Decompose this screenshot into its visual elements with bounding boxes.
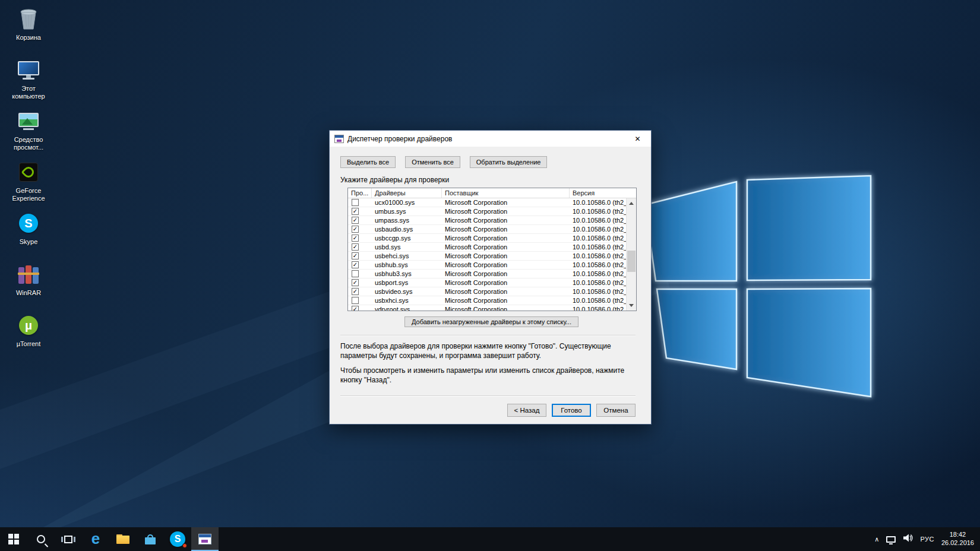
finish-button[interactable]: Готово [552, 404, 591, 417]
search-icon [37, 535, 45, 543]
start-button[interactable] [0, 527, 27, 551]
language-indicator[interactable]: РУС [920, 536, 934, 543]
driver-name-cell: usbehci.sys [372, 252, 442, 259]
driver-checkbox[interactable]: ✓ [352, 306, 359, 311]
driver-row[interactable]: ✓ umbus.sys Microsoft Corporation 10.0.1… [348, 207, 627, 216]
search-button[interactable] [27, 527, 55, 551]
driver-row[interactable]: ✓ umpass.sys Microsoft Corporation 10.0.… [348, 216, 627, 225]
driver-row[interactable]: ✓ usbvideo.sys Microsoft Corporation 10.… [348, 287, 627, 296]
select-all-button[interactable]: Выделить все [340, 156, 396, 168]
driver-vendor-cell: Microsoft Corporation [442, 252, 570, 259]
desktop-icon-winrar[interactable]: WinRAR [4, 259, 53, 310]
driver-row[interactable]: ucx01000.sys Microsoft Corporation 10.0.… [348, 198, 627, 207]
driver-row[interactable]: usbhub3.sys Microsoft Corporation 10.0.1… [348, 270, 627, 278]
windows-logo-icon [8, 534, 19, 544]
task-view-button[interactable] [55, 527, 82, 551]
cancel-button[interactable]: Отмена [596, 404, 636, 417]
back-button[interactable]: < Назад [507, 404, 546, 417]
column-header-checked[interactable]: Про... [348, 188, 372, 198]
driver-row[interactable]: ✓ usbhub.sys Microsoft Corporation 10.0.… [348, 261, 627, 270]
desktop: Корзина Этот компьютер Средство просмот.… [0, 0, 980, 551]
close-button[interactable]: ✕ [624, 131, 651, 147]
dialog-titlebar[interactable]: Диспетчер проверки драйверов ✕ [330, 131, 651, 147]
driver-version-cell: 10.0.10586.0 (th2_rel... [570, 297, 627, 304]
file-explorer-button[interactable] [109, 527, 137, 551]
driver-vendor-cell: Microsoft Corporation [442, 217, 570, 224]
edge-button[interactable]: e [82, 527, 109, 551]
invert-selection-button[interactable]: Обратить выделение [470, 156, 548, 168]
photo-viewer-icon [18, 108, 39, 134]
driver-checkbox[interactable]: ✓ [352, 235, 359, 242]
driver-checkbox[interactable] [352, 270, 359, 277]
store-button[interactable] [137, 527, 164, 551]
scrollbar-thumb[interactable] [627, 251, 636, 272]
store-icon [145, 534, 156, 544]
notification-badge [182, 543, 187, 548]
desktop-icon-label: GeForce Experience [5, 187, 52, 202]
driver-row[interactable]: ✓ vdrvroot.sys Microsoft Corporation 10.… [348, 305, 627, 311]
driver-checkbox[interactable]: ✓ [352, 243, 359, 251]
driver-name-cell: usbhub3.sys [372, 270, 442, 277]
column-header-drivers[interactable]: Драйверы [372, 188, 442, 198]
driver-checkbox[interactable] [352, 297, 359, 304]
driver-checkbox[interactable]: ✓ [352, 261, 359, 268]
driver-verifier-taskbar-button[interactable] [191, 527, 219, 551]
column-header-version[interactable]: Версия [570, 188, 636, 198]
driver-checkbox[interactable]: ✓ [352, 279, 359, 286]
this-pc-icon [18, 57, 39, 83]
driver-version-cell: 10.0.10586.0 (th2_rel... [570, 226, 627, 233]
driver-version-cell: 10.0.10586.0 (th2_rel... [570, 252, 627, 259]
driver-checkbox[interactable]: ✓ [352, 217, 359, 224]
driver-checkbox[interactable]: ✓ [352, 288, 359, 295]
driver-vendor-cell: Microsoft Corporation [442, 306, 570, 311]
system-tray: ∧ РУС 18:42 26.02.2016 [874, 527, 980, 551]
driver-list-body: ucx01000.sys Microsoft Corporation 10.0.… [348, 198, 627, 311]
driver-row[interactable]: ✓ usbaudio.sys Microsoft Corporation 10.… [348, 225, 627, 234]
deselect-all-button[interactable]: Отменить все [405, 156, 460, 168]
desktop-icon-photo-viewer[interactable]: Средство просмот... [4, 106, 53, 157]
tray-date: 26.02.2016 [941, 539, 974, 547]
driver-checkbox[interactable]: ✓ [352, 226, 359, 233]
desktop-icon-label: Skype [20, 238, 38, 246]
driver-checkbox[interactable]: ✓ [352, 252, 359, 259]
driver-name-cell: usbaudio.sys [372, 226, 442, 233]
driver-name-cell: usbvideo.sys [372, 288, 442, 295]
driver-row[interactable]: ✓ usbehci.sys Microsoft Corporation 10.0… [348, 252, 627, 261]
skype-icon: S [19, 210, 38, 236]
desktop-icon-utorrent[interactable]: µ µTorrent [4, 310, 53, 361]
clock[interactable]: 18:42 26.02.2016 [941, 531, 974, 547]
desktop-icon-geforce-experience[interactable]: GeForce Experience [4, 157, 53, 208]
driver-checkbox[interactable]: ✓ [352, 208, 359, 215]
driver-row[interactable]: ✓ usbd.sys Microsoft Corporation 10.0.10… [348, 243, 627, 252]
driver-vendor-cell: Microsoft Corporation [442, 235, 570, 242]
driver-name-cell: umbus.sys [372, 208, 442, 215]
note-finish: После выбора драйверов для проверки нажм… [340, 342, 636, 360]
list-scrollbar[interactable] [626, 198, 636, 311]
desktop-icon-recycle-bin[interactable]: Корзина [4, 4, 53, 55]
driver-vendor-cell: Microsoft Corporation [442, 270, 570, 277]
driver-row[interactable]: usbxhci.sys Microsoft Corporation 10.0.1… [348, 296, 627, 305]
volume-icon[interactable] [903, 534, 913, 544]
desktop-icon-this-pc[interactable]: Этот компьютер [4, 55, 53, 106]
driver-checkbox[interactable] [352, 199, 359, 206]
driver-row[interactable]: ✓ usbport.sys Microsoft Corporation 10.0… [348, 278, 627, 287]
add-unloaded-drivers-button[interactable]: Добавить незагруженные драйверы к этому … [404, 316, 578, 327]
scroll-down-arrow[interactable] [627, 300, 636, 311]
tray-expand-chevron-icon[interactable]: ∧ [874, 536, 879, 543]
driver-name-cell: usbccgp.sys [372, 235, 442, 242]
edge-icon: e [91, 531, 100, 546]
driver-vendor-cell: Microsoft Corporation [442, 297, 570, 304]
note-back: Чтобы просмотреть и изменить параметры и… [340, 366, 636, 385]
driver-row[interactable]: ✓ usbccgp.sys Microsoft Corporation 10.0… [348, 234, 627, 243]
scroll-up-arrow[interactable] [627, 198, 636, 208]
driver-version-cell: 10.0.10586.0 (th2_rel... [570, 288, 627, 295]
driver-name-cell: usbhub.sys [372, 261, 442, 268]
driver-version-cell: 10.0.10586.0 (th2_rel... [570, 199, 627, 206]
column-header-provider[interactable]: Поставщик [442, 188, 570, 198]
dialog-title: Диспетчер проверки драйверов [347, 135, 624, 143]
network-icon[interactable] [886, 536, 896, 543]
desktop-icon-skype[interactable]: S Skype [4, 208, 53, 259]
desktop-icon-label: Средство просмот... [5, 136, 52, 151]
driver-name-cell: vdrvroot.sys [372, 306, 442, 311]
skype-taskbar-button[interactable]: S [164, 527, 191, 551]
